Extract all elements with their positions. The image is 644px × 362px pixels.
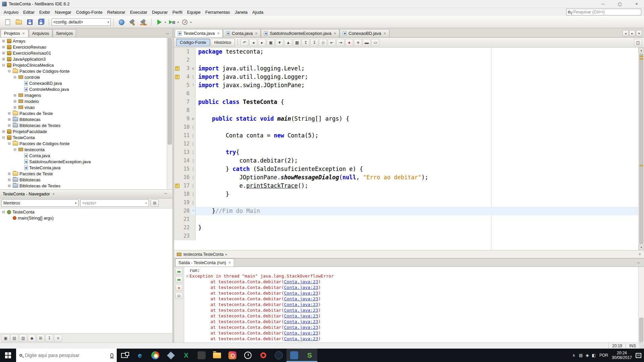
menu-perfil[interactable]: Perfil [170,9,185,16]
scroll-tabs-right-button[interactable]: ▸ [629,30,635,36]
maximize-button[interactable]: ▢ [612,0,627,8]
tree-node-exerciciorevisao[interactable]: ⊞ExercicioRevisao [0,44,167,50]
expand-icon[interactable]: ⊞ [7,178,11,182]
show-non-public-button[interactable]: ◆ [28,335,36,342]
editor-tab-saldoinsuficienteexception-java[interactable]: SaldoInsuficienteException.java× [261,29,339,37]
editor-tab-conexaobd-java[interactable]: ConexaoBD.java× [340,29,389,37]
expand-icon[interactable]: ⊞ [1,39,6,43]
taskbar-app-green-app[interactable]: S [302,349,317,362]
titlebar[interactable]: TesteConta - NetBeans IDE 8.2 ─ ▢ × [0,0,644,8]
output-tab[interactable]: Saída - TesteConta (run) × [175,258,234,266]
chevron-down-icon[interactable]: ▾ [190,21,192,24]
tree-node-pacotes-de-c-digos-fonte[interactable]: ⊟Pacotes de Códigos-fonte [0,140,167,146]
tree-node-javaapplication3[interactable]: ⊞JavaApplication3 [0,56,167,62]
tree-node-testeconta-java[interactable]: TesteConta.java [0,165,167,171]
action-center-icon[interactable] [636,353,641,358]
tree-node-pacotes-de-teste[interactable]: ⊞Pacotes de Teste [0,171,167,177]
error-stripe-mark[interactable] [640,56,643,57]
navigator-header[interactable]: TesteConta - Navegador × ─ [0,190,172,198]
tree-node-conexaobd-java[interactable]: ConexaoBD.java [0,80,167,86]
expand-icon[interactable]: ⊟ [13,75,17,79]
close-icon[interactable]: × [52,192,55,196]
clear-output-button[interactable]: ▤ [175,292,183,299]
line-number[interactable]: 10 [180,123,191,131]
navigator-filter-select[interactable]: <vazio> ▾ [80,199,149,207]
tree-node-imagens[interactable]: ⊞imagens [0,92,167,98]
save-all-button[interactable] [36,17,46,27]
stack-trace-link[interactable]: Conta.java:23 [284,290,318,296]
expand-icon[interactable]: ⊞ [1,45,6,49]
line-number[interactable]: 20 [180,207,191,215]
line-number[interactable]: 18 [180,190,191,198]
navigator-node-main-string-args[interactable]: main(String[] args) [0,215,172,221]
editor-scrollbar[interactable]: ▲ ▼ [638,48,644,250]
panel-tab-projetos[interactable]: Projetos× [1,29,29,37]
line-number[interactable]: 6 [180,89,191,98]
navigator-scope-select[interactable]: Membros ▾ [1,199,78,207]
shift-left-button[interactable]: ⇤ [328,39,336,46]
scroll-up-icon[interactable]: ▲ [639,48,644,53]
tree-node-controle[interactable]: ⊟controle [0,74,167,80]
taskbar-app-file-explorer[interactable] [209,349,225,362]
menu-editar[interactable]: Editar [21,9,37,16]
split-document-button[interactable]: ◫ [634,39,642,46]
line-number[interactable]: 12 [180,140,191,148]
line-number[interactable]: 4 [180,73,191,81]
expand-icon[interactable]: ⊟ [1,210,6,214]
tree-node-visao[interactable]: ⊞visao [0,104,167,110]
output-scrollbar[interactable] [638,267,644,343]
line-number[interactable]: 17 [180,182,191,190]
sort-alphabetically-button[interactable]: ↧ [45,335,53,342]
view-button-hist-rico[interactable]: Histórico [211,39,235,46]
build-project-button[interactable] [127,17,138,27]
taskbar-app-task-view[interactable] [117,349,132,362]
stack-trace-link[interactable]: Conta.java:23 [284,285,318,290]
stack-trace-link[interactable]: Conta.java:23 [284,336,318,342]
line-number[interactable]: 15 [180,165,191,173]
editor-tab-testeconta-java[interactable]: TesteConta.java× [175,29,223,37]
start-button[interactable] [0,349,16,362]
menu-c-digo-fonte[interactable]: Código-Fonte [74,9,105,16]
scroll-tabs-left-button[interactable]: ◂ [623,30,629,36]
output-console[interactable]: run:⊟Exception in thread "main" java.lan… [184,267,638,343]
close-icon[interactable]: × [333,31,336,36]
show-static-members-button[interactable]: ▥ [19,335,27,342]
forward-button[interactable]: ▸ [258,39,266,46]
tray-app-icon-1[interactable]: ▤ [579,353,583,358]
menu-equipe[interactable]: Equipe [185,9,203,16]
stack-trace-link[interactable]: Conta.java:23 [284,319,318,324]
tree-node-exerciciorevisao01[interactable]: ⊞ExercicioRevisao01 [0,50,167,56]
rerun-button[interactable]: ▶▶ [175,268,183,275]
line-number[interactable]: 1 [180,48,191,56]
find-selection-button[interactable]: ▣ [267,39,275,46]
tree-node-saldoinsuficienteexception-java[interactable]: SaldoInsuficienteException.java [0,159,167,165]
taskbar-app-chrome[interactable] [148,349,163,362]
panel-tab-servi-os[interactable]: Serviços [53,29,76,37]
minimize-panel-icon[interactable]: ─ [161,191,170,197]
line-number[interactable]: 11 [180,131,191,140]
stack-trace-link[interactable]: Conta.java:23 [284,324,318,330]
minimize-button[interactable]: ─ [596,0,610,8]
taskbar-search[interactable] [16,349,117,362]
error-stripe-mark[interactable] [640,165,643,166]
expand-icon[interactable]: ⊞ [13,93,17,98]
scrollbar-thumb[interactable] [168,38,172,144]
menu-refatorar[interactable]: Refatorar [105,9,127,16]
tab-list-button[interactable]: ▾ [636,30,642,36]
debug-project-button[interactable] [167,17,177,27]
quick-search[interactable]: ▾ [566,9,641,15]
previous-occurrence-button[interactable]: ↥ [302,39,310,46]
close-icon[interactable]: × [383,31,386,36]
expand-icon[interactable]: ⊞ [7,184,11,188]
line-number[interactable]: 7 [180,98,191,106]
fold-handle[interactable]: ⊟ [185,273,190,279]
record-macro-button[interactable]: ● [345,39,353,46]
taskbar-app-calculator[interactable] [194,349,209,362]
expand-icon[interactable]: ⊟ [7,141,11,146]
tree-node-testeconta[interactable]: ⊟TesteConta [0,134,167,140]
expand-icon[interactable]: ⊟ [1,135,6,140]
warning-icon[interactable] [175,75,179,79]
stack-trace-link[interactable]: Conta.java:23 [284,302,318,307]
line-number[interactable]: 22 [180,224,191,232]
language-indicator[interactable]: POR [599,353,608,358]
